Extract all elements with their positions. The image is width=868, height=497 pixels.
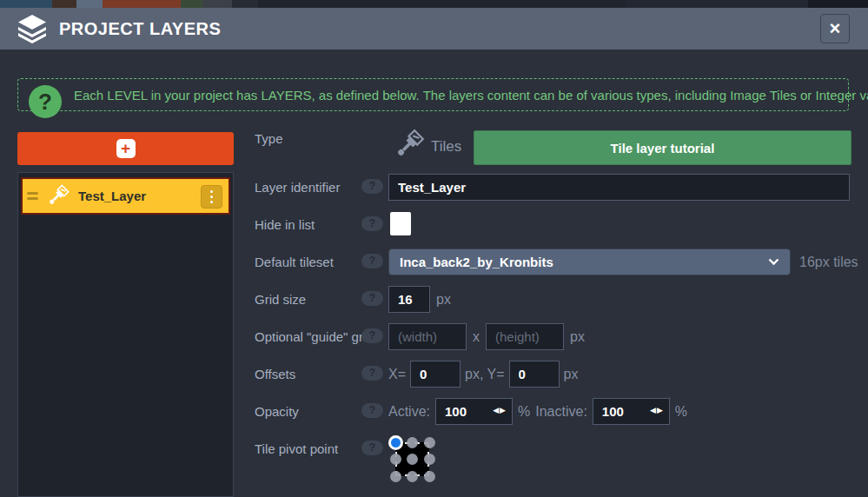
guide-grid-height-input[interactable]: [486, 323, 564, 350]
background-apps-strip: [0, 0, 868, 8]
layer-type-value: Tiles: [431, 138, 461, 156]
offsets-label: Offsets: [255, 367, 295, 381]
pivot-point-bottom-right[interactable]: [424, 471, 435, 482]
close-button[interactable]: ×: [820, 14, 850, 43]
offset-x-prefix: X=: [388, 367, 406, 382]
layer-list: Test_Layer: [17, 172, 234, 497]
dialog-header: PROJECT LAYERS: [0, 8, 868, 50]
pivot-point-top-right[interactable]: [424, 437, 435, 448]
help-badge-offsets[interactable]: ?: [361, 366, 383, 381]
layer-identifier-input[interactable]: [388, 174, 850, 201]
plus-icon: +: [116, 139, 136, 158]
help-badge-opacity[interactable]: ?: [361, 403, 383, 418]
offset-x-input[interactable]: [410, 361, 461, 388]
opacity-active-unit: %: [518, 404, 530, 420]
guide-grid-label: Optional "guide" grid: [255, 329, 374, 344]
add-layer-button[interactable]: +: [17, 132, 234, 165]
project-layers-dialog: PROJECT LAYERS × ? Each LEVEL in your pr…: [0, 0, 868, 497]
pivot-point-middle-right[interactable]: [424, 454, 435, 465]
stepper-arrows-icon[interactable]: ◀▶: [650, 406, 664, 414]
help-badge-guide-grid[interactable]: ?: [361, 328, 383, 343]
tile-pivot-widget: [388, 435, 442, 486]
help-badge-pivot[interactable]: ?: [361, 441, 383, 455]
pivot-point-center[interactable]: [407, 454, 418, 465]
guide-grid-width-input[interactable]: [388, 323, 467, 350]
info-banner: ? Each LEVEL in your project has LAYERS,…: [17, 78, 849, 111]
help-badge-identifier[interactable]: ?: [361, 179, 383, 194]
tileset-size-text: 16px tiles: [799, 255, 858, 270]
grid-size-unit: px: [436, 292, 451, 308]
page-title: PROJECT LAYERS: [59, 19, 221, 39]
offset-unit: px: [564, 367, 579, 382]
drag-handle[interactable]: [27, 189, 38, 202]
offset-y-input[interactable]: [509, 361, 560, 388]
type-label: Type: [255, 131, 283, 146]
opacity-inactive-unit: %: [675, 404, 687, 420]
help-badge-tileset[interactable]: ?: [361, 254, 383, 268]
chevron-down-icon: [768, 258, 779, 266]
opacity-label: Opacity: [255, 404, 299, 419]
grid-size-label: Grid size: [255, 292, 306, 307]
pivot-point-top-left[interactable]: [388, 435, 403, 450]
layers-icon: [16, 14, 49, 43]
stepper-arrows-icon[interactable]: ◀▶: [493, 406, 507, 414]
info-banner-text: Each LEVEL in your project has LAYERS, a…: [74, 88, 868, 103]
layer-list-item-test-layer[interactable]: Test_Layer: [21, 177, 230, 215]
default-tileset-label: Default tileset: [255, 255, 334, 269]
pivot-point-top-center[interactable]: [407, 437, 418, 448]
default-tileset-select[interactable]: Inca_back2_by_Kronbits: [388, 248, 791, 275]
tile-pivot-label: Tile pivot point: [255, 441, 338, 456]
grid-size-input[interactable]: [388, 286, 430, 313]
layer-item-label: Test_Layer: [78, 189, 146, 203]
default-tileset-value: Inca_back2_by_Kronbits: [400, 255, 553, 269]
tile-layer-tutorial-button[interactable]: Tile layer tutorial: [474, 130, 851, 165]
pivot-point-middle-left[interactable]: [390, 454, 401, 465]
guide-grid-separator: x: [473, 329, 480, 345]
pivot-point-bottom-left[interactable]: [390, 471, 401, 482]
hide-in-list-label: Hide in list: [255, 217, 315, 232]
tiles-brush-icon: [391, 128, 426, 162]
close-icon: ×: [830, 17, 841, 39]
pivot-point-bottom-center[interactable]: [407, 471, 418, 482]
layer-context-menu-button[interactable]: [201, 185, 222, 209]
help-circle-icon: ?: [29, 85, 62, 118]
layer-identifier-label: Layer identifier: [255, 180, 340, 195]
help-badge-hide[interactable]: ?: [361, 216, 383, 231]
offset-separator: px, Y=: [465, 367, 505, 382]
hide-in-list-checkbox[interactable]: [390, 212, 411, 235]
help-badge-grid-size[interactable]: ?: [361, 291, 383, 306]
tiles-brush-icon: [44, 183, 70, 209]
opacity-inactive-label: Inactive:: [535, 404, 587, 420]
opacity-active-label: Active:: [388, 404, 430, 420]
guide-grid-unit: px: [570, 329, 585, 345]
